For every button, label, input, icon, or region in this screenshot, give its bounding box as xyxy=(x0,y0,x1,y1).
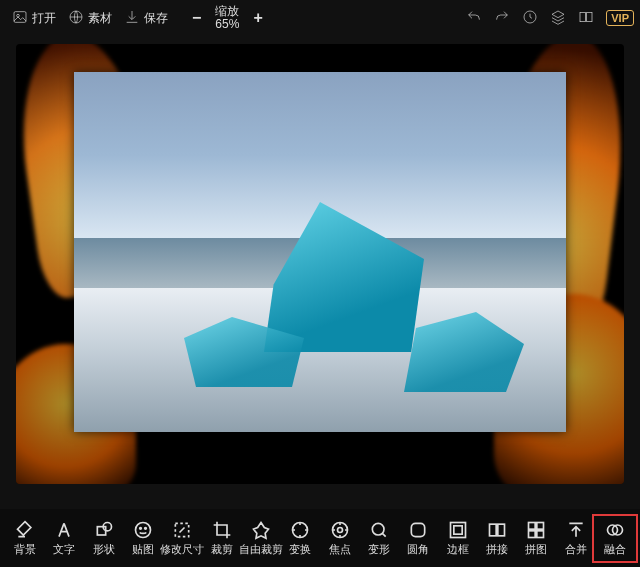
image-icon xyxy=(12,9,28,28)
tool-label: 拼图 xyxy=(525,542,547,557)
tool-label: 文字 xyxy=(53,542,75,557)
svg-rect-18 xyxy=(453,525,461,533)
redo-icon xyxy=(494,9,510,28)
top-toolbar: 打开 素材 保存 − 缩放 65% + xyxy=(0,0,640,36)
svg-rect-22 xyxy=(537,522,544,529)
tool-round[interactable]: 圆角 xyxy=(399,520,437,557)
layers-icon xyxy=(550,9,566,28)
download-icon xyxy=(124,9,140,28)
tool-merge[interactable]: 合并 xyxy=(557,520,595,557)
undo-icon xyxy=(466,9,482,28)
tool-label: 融合 xyxy=(604,542,626,557)
svg-rect-23 xyxy=(529,530,536,537)
tool-label: 变形 xyxy=(368,542,390,557)
tool-label: 圆角 xyxy=(407,542,429,557)
svg-rect-24 xyxy=(537,530,544,537)
tool-shape[interactable]: 形状 xyxy=(85,520,123,557)
svg-point-15 xyxy=(372,523,384,535)
zoom-display: 缩放 65% xyxy=(215,5,239,31)
tool-freecrop[interactable]: 自由裁剪 xyxy=(242,520,280,557)
save-label: 保存 xyxy=(144,10,168,27)
undo-button[interactable] xyxy=(460,5,488,32)
vip-badge[interactable]: VIP xyxy=(606,10,634,26)
tool-label: 贴图 xyxy=(132,542,154,557)
app-window: 打开 素材 保存 − 缩放 65% + xyxy=(0,0,640,567)
tool-label: 边框 xyxy=(447,542,469,557)
zoom-value: 65% xyxy=(215,18,239,31)
svg-rect-19 xyxy=(489,524,496,536)
tool-label: 裁剪 xyxy=(211,542,233,557)
tool-label: 形状 xyxy=(93,542,115,557)
tool-label: 合并 xyxy=(565,542,587,557)
tool-label: 自由裁剪 xyxy=(239,542,283,557)
tool-label: 修改尺寸 xyxy=(160,542,204,557)
tool-label: 变换 xyxy=(289,542,311,557)
tool-split[interactable]: 拼图 xyxy=(517,520,555,557)
compare-icon xyxy=(578,9,594,28)
history-button[interactable] xyxy=(516,5,544,32)
tool-border[interactable]: 边框 xyxy=(439,520,477,557)
svg-point-9 xyxy=(140,527,142,529)
tool-blend[interactable]: 融合 xyxy=(596,518,634,559)
zoom-in-button[interactable]: + xyxy=(253,9,262,27)
svg-point-8 xyxy=(135,522,150,537)
svg-rect-16 xyxy=(412,523,425,536)
assets-label: 素材 xyxy=(88,10,112,27)
tool-label: 拼接 xyxy=(486,542,508,557)
tool-label: 焦点 xyxy=(329,542,351,557)
assets-button[interactable]: 素材 xyxy=(62,5,118,32)
tool-sticker[interactable]: 贴图 xyxy=(124,520,162,557)
zoom-control: − 缩放 65% + xyxy=(192,5,263,31)
canvas-area[interactable] xyxy=(16,44,624,484)
tool-crop[interactable]: 裁剪 xyxy=(203,520,241,557)
save-button[interactable]: 保存 xyxy=(118,5,174,32)
svg-rect-4 xyxy=(580,12,585,21)
foreground-photo[interactable] xyxy=(74,72,566,432)
tool-resize[interactable]: 修改尺寸 xyxy=(163,520,201,557)
tool-background[interactable]: 背景 xyxy=(6,520,44,557)
globe-icon xyxy=(68,9,84,28)
redo-button[interactable] xyxy=(488,5,516,32)
svg-point-13 xyxy=(337,527,342,532)
clock-icon xyxy=(522,9,538,28)
open-label: 打开 xyxy=(32,10,56,27)
svg-point-10 xyxy=(145,527,147,529)
svg-rect-17 xyxy=(450,522,465,537)
svg-rect-20 xyxy=(498,524,505,536)
tool-label: 背景 xyxy=(14,542,36,557)
tool-distort[interactable]: 变形 xyxy=(360,520,398,557)
tool-text[interactable]: 文字 xyxy=(45,520,83,557)
open-button[interactable]: 打开 xyxy=(6,5,62,32)
layers-button[interactable] xyxy=(544,5,572,32)
svg-rect-5 xyxy=(587,12,592,21)
tool-transform[interactable]: 变换 xyxy=(281,520,319,557)
zoom-out-button[interactable]: − xyxy=(192,9,201,27)
tool-focus[interactable]: 焦点 xyxy=(321,520,359,557)
compare-button[interactable] xyxy=(572,5,600,32)
svg-rect-21 xyxy=(529,522,536,529)
svg-rect-0 xyxy=(14,11,26,22)
tool-stitch[interactable]: 拼接 xyxy=(478,520,516,557)
svg-rect-6 xyxy=(97,526,105,534)
bottom-toolbar: 背景 文字 形状 贴图 修改尺寸 裁剪 自由裁剪 变换 xyxy=(0,509,640,567)
